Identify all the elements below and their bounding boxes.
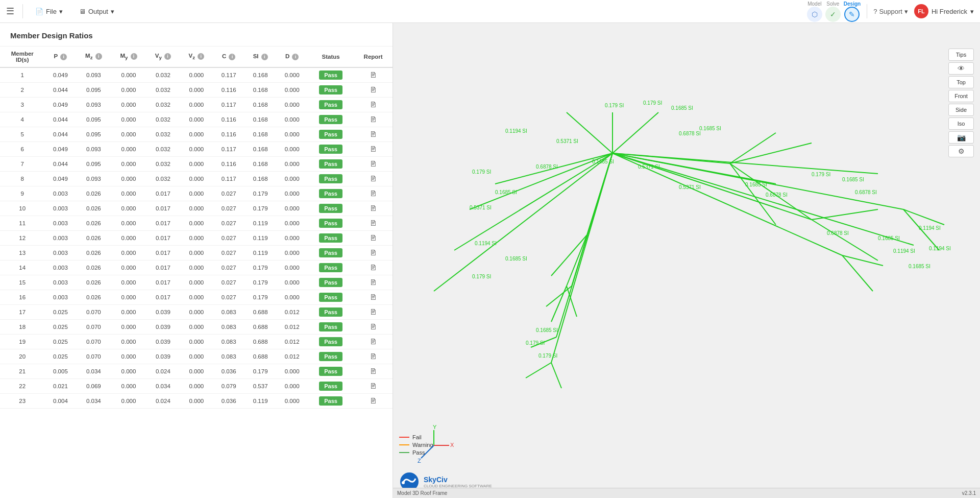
solve-mode-button[interactable]: ✓ bbox=[825, 7, 841, 22]
My-info-icon[interactable]: i bbox=[131, 53, 137, 60]
report-icon[interactable]: 🖹 bbox=[370, 145, 377, 153]
model-mode-button[interactable]: ⬡ bbox=[807, 7, 822, 22]
cell-report[interactable]: 🖹 bbox=[354, 186, 393, 201]
eye-icon-button[interactable]: 👁 bbox=[948, 62, 974, 75]
table-row: 16 0.003 0.026 0.000 0.017 0.000 0.027 0… bbox=[0, 290, 393, 305]
report-icon[interactable]: 🖹 bbox=[370, 308, 377, 316]
table-row: 10 0.003 0.026 0.000 0.017 0.000 0.027 0… bbox=[0, 201, 393, 216]
cell-Mz: 0.026 bbox=[76, 231, 111, 246]
Mz-info-icon[interactable]: i bbox=[95, 53, 102, 60]
report-icon[interactable]: 🖹 bbox=[370, 130, 377, 138]
cell-Vy: 0.017 bbox=[146, 231, 180, 246]
cell-report[interactable]: 🖹 bbox=[354, 349, 393, 364]
cell-Vy: 0.032 bbox=[146, 142, 180, 157]
cell-report[interactable]: 🖹 bbox=[354, 127, 393, 142]
report-icon[interactable]: 🖹 bbox=[370, 189, 377, 198]
cell-report[interactable]: 🖹 bbox=[354, 216, 393, 231]
cell-report[interactable]: 🖹 bbox=[354, 260, 393, 275]
tips-button[interactable]: Tips bbox=[948, 49, 974, 61]
report-icon[interactable]: 🖹 bbox=[370, 264, 377, 272]
report-icon[interactable]: 🖹 bbox=[370, 323, 377, 331]
cell-SI: 0.119 bbox=[244, 231, 276, 246]
cell-report[interactable]: 🖹 bbox=[354, 98, 393, 112]
cell-report[interactable]: 🖹 bbox=[354, 394, 393, 409]
iso-button[interactable]: Iso bbox=[948, 117, 974, 130]
svg-text:0.6878 SI: 0.6878 SI bbox=[536, 164, 558, 170]
cell-report[interactable]: 🖹 bbox=[354, 201, 393, 216]
report-icon[interactable]: 🖹 bbox=[370, 278, 377, 287]
support-button[interactable]: ? Support ▾ bbox=[873, 8, 908, 15]
report-icon[interactable]: 🖹 bbox=[370, 234, 377, 242]
cell-P: 0.025 bbox=[45, 305, 77, 320]
table-row: 6 0.049 0.093 0.000 0.032 0.000 0.117 0.… bbox=[0, 142, 393, 157]
cell-report[interactable]: 🖹 bbox=[354, 83, 393, 98]
file-menu[interactable]: 📄 File ▾ bbox=[31, 6, 67, 17]
report-icon[interactable]: 🖹 bbox=[370, 338, 377, 346]
cell-report[interactable]: 🖹 bbox=[354, 305, 393, 320]
svg-text:0.1685 SI: 0.1685 SI bbox=[536, 327, 558, 333]
cell-D: 0.012 bbox=[276, 349, 308, 364]
cell-report[interactable]: 🖹 bbox=[354, 320, 393, 335]
cell-P: 0.003 bbox=[45, 201, 77, 216]
report-icon[interactable]: 🖹 bbox=[370, 101, 377, 109]
report-icon[interactable]: 🖹 bbox=[370, 293, 377, 301]
cell-Vy: 0.024 bbox=[146, 394, 180, 409]
cell-report[interactable]: 🖹 bbox=[354, 379, 393, 394]
report-icon[interactable]: 🖹 bbox=[370, 204, 377, 212]
side-button[interactable]: Side bbox=[948, 104, 974, 116]
cell-report[interactable]: 🖹 bbox=[354, 290, 393, 305]
cell-report[interactable]: 🖹 bbox=[354, 275, 393, 290]
cell-report[interactable]: 🖹 bbox=[354, 335, 393, 349]
top-button[interactable]: Top bbox=[948, 76, 974, 88]
member-design-table: MemberID(s) P i Mz i My i Vy i Vz i C i … bbox=[0, 46, 393, 409]
cell-SI: 0.179 bbox=[244, 260, 276, 275]
report-icon[interactable]: 🖹 bbox=[370, 249, 377, 257]
report-icon[interactable]: 🖹 bbox=[370, 382, 377, 390]
hamburger-menu[interactable]: ☰ bbox=[6, 6, 14, 17]
user-menu[interactable]: FL Hi Frederick ▾ bbox=[914, 4, 974, 18]
cell-report[interactable]: 🖹 bbox=[354, 172, 393, 186]
D-info-icon[interactable]: i bbox=[292, 54, 299, 60]
SI-info-icon[interactable]: i bbox=[261, 54, 268, 60]
table-container[interactable]: MemberID(s) P i Mz i My i Vy i Vz i C i … bbox=[0, 46, 393, 498]
structure-view[interactable]: 0.179 SI 0.179 SI 0.1685 SI 0.1685 SI 0.… bbox=[393, 23, 980, 498]
report-icon[interactable]: 🖹 bbox=[370, 219, 377, 227]
Vy-info-icon[interactable]: i bbox=[164, 53, 171, 60]
camera-icon-button[interactable]: 📷 bbox=[948, 131, 974, 144]
P-info-icon[interactable]: i bbox=[60, 54, 67, 60]
cell-status: Pass bbox=[308, 290, 354, 305]
cell-C: 0.027 bbox=[213, 260, 244, 275]
output-menu[interactable]: 🖥 Output ▾ bbox=[75, 6, 118, 17]
cell-report[interactable]: 🖹 bbox=[354, 67, 393, 83]
report-icon[interactable]: 🖹 bbox=[370, 352, 377, 361]
cell-My: 0.000 bbox=[111, 364, 146, 379]
front-button[interactable]: Front bbox=[948, 90, 974, 102]
status-bar: Model 3D Roof Frame v2.3.1 bbox=[393, 488, 980, 498]
cell-My: 0.000 bbox=[111, 275, 146, 290]
report-icon[interactable]: 🖹 bbox=[370, 86, 377, 94]
report-icon[interactable]: 🖹 bbox=[370, 160, 377, 168]
report-icon[interactable]: 🖹 bbox=[370, 71, 377, 79]
report-icon[interactable]: 🖹 bbox=[370, 367, 377, 375]
report-icon[interactable]: 🖹 bbox=[370, 175, 377, 183]
table-row: 15 0.003 0.026 0.000 0.017 0.000 0.027 0… bbox=[0, 275, 393, 290]
design-mode-button[interactable]: ✎ bbox=[844, 7, 860, 22]
table-row: 14 0.003 0.026 0.000 0.017 0.000 0.027 0… bbox=[0, 260, 393, 275]
cell-report[interactable]: 🖹 bbox=[354, 157, 393, 172]
cell-Vz: 0.000 bbox=[180, 172, 213, 186]
report-icon[interactable]: 🖹 bbox=[370, 397, 377, 405]
cell-report[interactable]: 🖹 bbox=[354, 246, 393, 260]
cell-P: 0.003 bbox=[45, 260, 77, 275]
cell-report[interactable]: 🖹 bbox=[354, 364, 393, 379]
C-info-icon[interactable]: i bbox=[229, 54, 235, 60]
cell-Vy: 0.017 bbox=[146, 260, 180, 275]
left-panel: Member Design Ratios MemberID(s) P i Mz … bbox=[0, 23, 393, 498]
settings-icon-button[interactable]: ⚙ bbox=[948, 145, 974, 157]
cell-report[interactable]: 🖹 bbox=[354, 142, 393, 157]
cell-report[interactable]: 🖹 bbox=[354, 231, 393, 246]
Vz-info-icon[interactable]: i bbox=[198, 53, 204, 60]
cell-SI: 0.119 bbox=[244, 216, 276, 231]
cell-report[interactable]: 🖹 bbox=[354, 112, 393, 127]
cell-status: Pass bbox=[308, 83, 354, 98]
report-icon[interactable]: 🖹 bbox=[370, 115, 377, 124]
